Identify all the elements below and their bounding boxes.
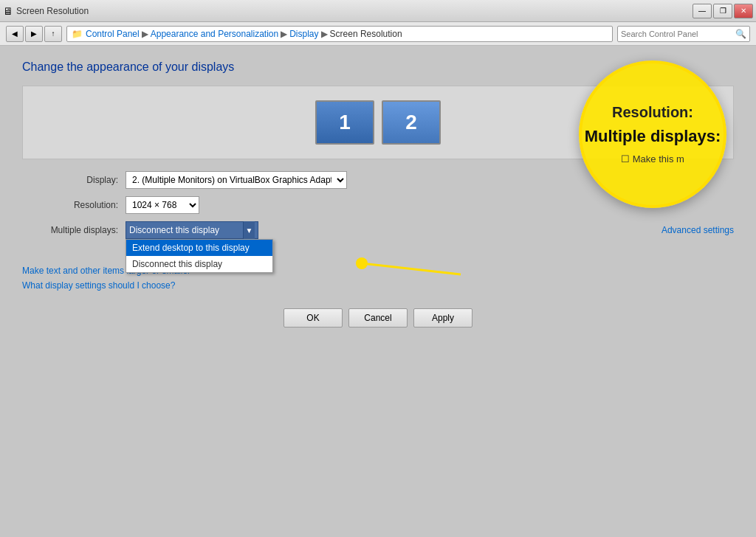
resolution-select[interactable]: 1024 × 768 bbox=[126, 196, 199, 214]
link-row-2: What display settings should I choose? bbox=[22, 280, 734, 291]
zoom-overlay: Resolution: Multiple displays: ☐ Make th… bbox=[579, 60, 726, 208]
zoom-multiple-displays-label: Multiple displays: bbox=[585, 127, 721, 146]
dropdown-item-extend[interactable]: Extend desktop to this display bbox=[126, 240, 272, 256]
breadcrumb-appearance[interactable]: Appearance and Personalization bbox=[151, 29, 278, 39]
zoom-resolution-label: Resolution: bbox=[612, 104, 693, 121]
display-settings-link[interactable]: What display settings should I choose? bbox=[22, 280, 175, 291]
minimize-button[interactable]: — bbox=[693, 4, 712, 18]
dropdown-item-disconnect[interactable]: Disconnect this display bbox=[126, 256, 272, 272]
up-button[interactable]: ↑ bbox=[44, 26, 62, 42]
breadcrumb-control-panel[interactable]: Control Panel bbox=[86, 29, 140, 39]
title-bar: 🖥 Screen Resolution — ❐ ✕ bbox=[0, 0, 756, 22]
monitor-2-icon[interactable]: 2 bbox=[382, 100, 441, 145]
nav-buttons: ◀ ▶ ↑ bbox=[6, 26, 62, 42]
ok-button[interactable]: OK bbox=[284, 308, 343, 328]
display-label: Display: bbox=[22, 175, 118, 185]
breadcrumb-current: Screen Resolution bbox=[330, 29, 402, 39]
button-row: OK Cancel Apply bbox=[22, 308, 734, 328]
forward-button[interactable]: ▶ bbox=[25, 26, 43, 42]
multiple-displays-select[interactable]: Disconnect this display ▼ bbox=[126, 221, 258, 239]
maximize-button[interactable]: ❐ bbox=[713, 4, 732, 18]
multiple-displays-dropdown-container: Disconnect this display ▼ Extend desktop… bbox=[126, 221, 258, 239]
apply-button[interactable]: Apply bbox=[413, 308, 472, 328]
title-bar-left: 🖥 Screen Resolution bbox=[3, 5, 89, 17]
multiple-displays-row: Multiple displays: Disconnect this displ… bbox=[22, 221, 734, 239]
title-bar-title: Screen Resolution bbox=[16, 6, 89, 16]
zoom-make-label: ☐ Make this m bbox=[621, 153, 684, 164]
title-bar-controls: — ❐ ✕ bbox=[693, 4, 753, 18]
breadcrumb-display[interactable]: Display bbox=[289, 29, 318, 39]
close-button[interactable]: ✕ bbox=[734, 4, 753, 18]
breadcrumb-bar: 📁 Control Panel ▶ Appearance and Persona… bbox=[66, 26, 613, 42]
cancel-button[interactable]: Cancel bbox=[348, 308, 408, 328]
search-input[interactable] bbox=[621, 30, 732, 38]
monitor-1-icon[interactable]: 1 bbox=[315, 100, 374, 145]
multiple-displays-value: Disconnect this display bbox=[129, 225, 243, 235]
monitor-2-body: 2 bbox=[382, 100, 441, 145]
resolution-label: Resolution: bbox=[22, 200, 118, 210]
folder-icon: 📁 bbox=[72, 29, 83, 39]
address-bar: ◀ ▶ ↑ 📁 Control Panel ▶ Appearance and P… bbox=[0, 22, 756, 46]
back-button[interactable]: ◀ bbox=[6, 26, 24, 42]
main-content: Change the appearance of your displays 1… bbox=[0, 46, 756, 537]
display-select[interactable]: 2. (Multiple Monitors) on VirtualBox Gra… bbox=[126, 171, 347, 189]
search-box: 🔍 bbox=[617, 26, 750, 42]
search-icon[interactable]: 🔍 bbox=[735, 29, 746, 39]
dropdown-arrow-icon[interactable]: ▼ bbox=[243, 221, 255, 239]
advanced-settings-link[interactable]: Advanced settings bbox=[662, 225, 734, 235]
multiple-displays-label: Multiple displays: bbox=[22, 225, 118, 235]
window-icon: 🖥 bbox=[3, 5, 13, 17]
monitor-1-body: 1 bbox=[315, 100, 374, 145]
multiple-displays-dropdown-menu: Extend desktop to this display Disconnec… bbox=[126, 239, 273, 273]
